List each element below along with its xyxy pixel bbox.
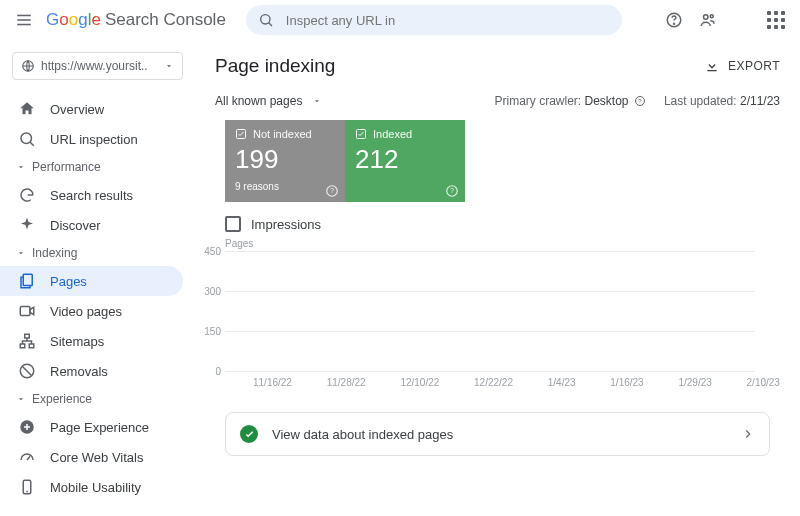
help-icon[interactable]: ? [445,184,459,198]
sidebar-item-label: Pages [50,274,87,289]
product-name: Search Console [105,10,226,30]
svg-rect-7 [23,274,32,285]
svg-text:?: ? [450,187,454,194]
sidebar-item-label: Video pages [50,304,122,319]
sitemap-icon [18,332,36,350]
search-icon [258,12,274,28]
sidebar-group-performance[interactable]: Performance [0,154,195,180]
plus-circle-icon [18,418,36,436]
sidebar-item-mobile-usability[interactable]: Mobile Usability [0,472,183,502]
card-indexed[interactable]: Indexed 212 ? [345,120,465,202]
block-icon [18,362,36,380]
search-icon [18,130,36,148]
chevron-down-icon [312,96,322,106]
chevron-down-icon [16,162,26,172]
property-url: https://www.yoursit.. [41,59,158,73]
phone-icon [18,478,36,496]
download-icon [704,58,720,74]
chart-ylabel: Pages [225,238,780,249]
card-not-indexed[interactable]: Not indexed 199 9 reasons ? [225,120,345,202]
crawler-info: Primary crawler: Desktop ? [494,94,645,108]
impressions-toggle[interactable]: Impressions [225,216,780,232]
apps-icon[interactable] [764,8,788,32]
app-header: Google Search Console [0,0,800,40]
search-input[interactable] [284,12,610,29]
sidebar-item-pages[interactable]: Pages [0,266,183,296]
sidebar: https://www.yoursit.. Overview URL inspe… [0,40,195,516]
sidebar-group-experience[interactable]: Experience [0,386,195,412]
video-icon [18,302,36,320]
sidebar-item-label: Overview [50,102,104,117]
svg-text:?: ? [638,98,642,104]
check-circle-icon [240,425,258,443]
sidebar-item-overview[interactable]: Overview [0,94,183,124]
chevron-down-icon [16,248,26,258]
globe-icon [21,59,35,73]
svg-point-2 [674,23,675,24]
checkbox-icon [235,128,247,140]
sidebar-item-video-pages[interactable]: Video pages [0,296,183,326]
svg-rect-8 [20,307,30,316]
svg-point-0 [261,15,270,24]
svg-rect-10 [20,344,25,348]
chevron-down-icon [164,61,174,71]
gauge-icon [18,448,36,466]
sidebar-item-url-inspection[interactable]: URL inspection [0,124,183,154]
svg-point-3 [704,15,709,20]
sidebar-item-removals[interactable]: Removals [0,356,183,386]
help-icon[interactable]: ? [634,95,646,107]
chevron-down-icon [16,394,26,404]
svg-text:?: ? [330,187,334,194]
help-icon[interactable] [662,8,686,32]
sidebar-item-core-web-vitals[interactable]: Core Web Vitals [0,442,183,472]
sparkle-icon [18,216,36,234]
svg-rect-9 [25,334,30,338]
menu-icon[interactable] [12,8,36,32]
sidebar-item-label: Core Web Vitals [50,450,143,465]
sidebar-item-sitemaps[interactable]: Sitemaps [0,326,183,356]
sidebar-group-indexing[interactable]: Indexing [0,240,195,266]
url-search[interactable] [246,5,622,35]
sidebar-item-label: Discover [50,218,101,233]
summary-cards: Not indexed 199 9 reasons ? Indexed 212 … [225,120,780,202]
svg-rect-11 [29,344,34,348]
home-icon [18,100,36,118]
sidebar-item-label: Page Experience [50,420,149,435]
svg-point-6 [21,133,32,144]
chart: Pages 0150300450 11/16/2211/28/2212/10/2… [225,238,780,388]
pages-icon [18,272,36,290]
sidebar-item-search-results[interactable]: Search results [0,180,183,210]
sidebar-item-label: Mobile Usability [50,480,141,495]
sidebar-item-label: URL inspection [50,132,138,147]
export-button[interactable]: EXPORT [704,58,780,74]
view-indexed-pages[interactable]: View data about indexed pages [225,412,770,456]
last-updated: Last updated: 2/11/23 [664,94,780,108]
main-content: Page indexing EXPORT All known pages Pri… [195,40,800,516]
brand-logo[interactable]: Google Search Console [46,10,226,30]
sidebar-item-label: Removals [50,364,108,379]
svg-point-4 [710,15,713,18]
g-icon [18,186,36,204]
sidebar-item-label: Sitemaps [50,334,104,349]
checkbox-icon [355,128,367,140]
filter-row: All known pages Primary crawler: Desktop… [215,94,780,108]
sidebar-item-page-experience[interactable]: Page Experience [0,412,183,442]
chevron-right-icon [741,427,755,441]
google-wordmark: Google [46,10,101,30]
sidebar-item-discover[interactable]: Discover [0,210,183,240]
sidebar-item-label: Search results [50,188,133,203]
help-icon[interactable]: ? [325,184,339,198]
page-title: Page indexing [215,55,335,77]
users-icon[interactable] [696,8,720,32]
page-filter[interactable]: All known pages [215,94,322,108]
checkbox-icon [225,216,241,232]
property-selector[interactable]: https://www.yoursit.. [12,52,183,80]
